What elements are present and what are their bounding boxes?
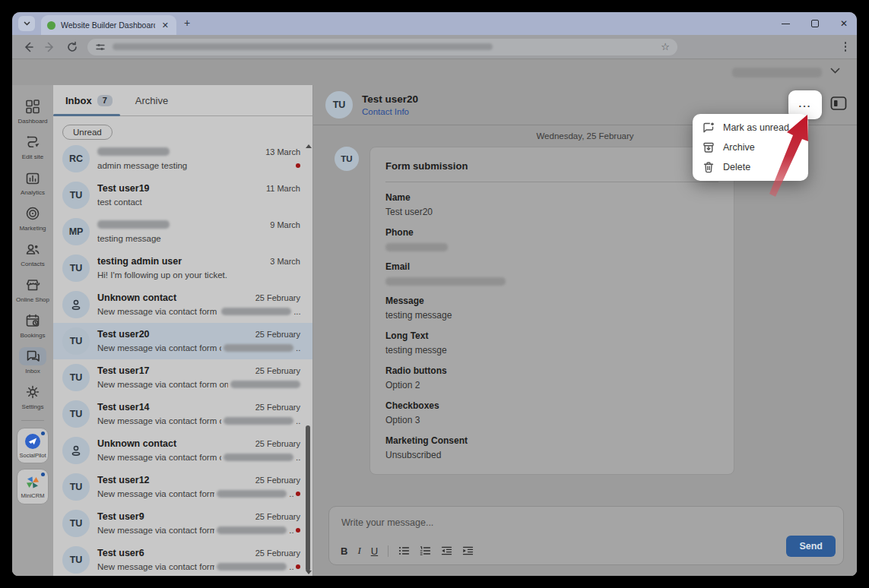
field-label: Name (385, 192, 718, 203)
sidebar-item-marketing[interactable]: Marketing (19, 204, 46, 232)
sidebar-item-settings[interactable]: Settings (22, 383, 44, 410)
form-field-name: NameTest user20 (385, 192, 718, 217)
bold-icon[interactable]: B (341, 545, 347, 557)
divider (21, 420, 44, 421)
field-label: Email (385, 261, 718, 272)
indent-icon[interactable] (462, 545, 474, 556)
tab-inbox[interactable]: Inbox 7 (65, 95, 113, 106)
message-row-top: Test user1725 February (97, 364, 300, 377)
redacted-preview (217, 563, 287, 571)
reload-button[interactable] (66, 41, 78, 53)
sidebar-item-label: Settings (22, 403, 44, 410)
send-button[interactable]: Send (786, 536, 836, 557)
message-summary: Unknown contact25 FebruaryNew message vi… (97, 286, 300, 323)
delete-icon (702, 160, 715, 174)
contact-info-link[interactable]: Contact Info (362, 107, 418, 116)
sidebar-app-minicrm[interactable]: MiniCRM (17, 469, 49, 504)
account-chevron-down-icon[interactable] (830, 68, 840, 74)
online-shop-icon (24, 276, 41, 294)
unread-filter-chip[interactable]: Unread (62, 125, 113, 140)
message-sender-name: Test user9 (97, 511, 144, 522)
message-row-top: testing admin user3 March (97, 254, 300, 267)
menu-item-archive[interactable]: Archive (693, 138, 808, 157)
message-row-bottom: Hi! I'm following up on your ticket. (97, 268, 300, 281)
list-item[interactable]: TUTest user2025 FebruaryNew message via … (53, 323, 312, 359)
form-submission-card: Form submission NameTest user20PhoneEmai… (369, 147, 734, 475)
scroll-down-icon[interactable] (306, 571, 312, 574)
list-item[interactable]: TUTest user625 FebruaryNew message via c… (53, 542, 312, 576)
maximize-button[interactable] (811, 20, 819, 27)
field-label: Message (385, 296, 718, 306)
message-row-top: Test user625 February (97, 546, 300, 559)
sidebar-app-socialpilot[interactable]: SocialPilot (17, 428, 49, 463)
new-tab-button[interactable]: + (184, 17, 190, 29)
message-date: 11 March (266, 184, 300, 193)
tab-search-button[interactable] (18, 16, 35, 31)
message-preview: New message via contact form on (97, 489, 214, 498)
scrollbar-thumb[interactable] (306, 425, 310, 571)
url-bar[interactable]: ☆ (87, 39, 677, 55)
chat-area: Wednesday, 25 February TU Form submissio… (313, 125, 857, 576)
browser-tab[interactable]: Website Builder Dashboard ✕ (41, 15, 176, 35)
message-summary: Test user1725 FebruaryNew message via co… (97, 359, 300, 396)
italic-icon[interactable]: I (357, 545, 360, 557)
message-row-bottom: admin message testing (97, 159, 300, 172)
message-input[interactable]: Write your message... (341, 517, 433, 528)
forward-button[interactable] (44, 41, 56, 53)
field-label: Phone (385, 227, 718, 238)
scroll-up-icon[interactable] (306, 144, 312, 148)
field-label: Radio buttons (385, 365, 718, 376)
outdent-icon[interactable] (441, 545, 452, 556)
settings-icon (24, 383, 41, 401)
sidebar-item-label: Contacts (21, 261, 45, 267)
list-item[interactable]: MP9 Marchtesting message (53, 213, 312, 250)
redacted-url (113, 43, 493, 50)
sidebar-item-bookings[interactable]: Bookings (21, 311, 46, 339)
sidebar-item-inbox[interactable]: Inbox (19, 347, 46, 375)
side-panel-toggle-icon[interactable] (830, 96, 847, 111)
list-item[interactable]: Unknown contact25 FebruaryNew message vi… (53, 286, 312, 323)
message-date: 25 February (255, 293, 300, 302)
list-item[interactable]: RC13 Marchadmin message testing (53, 141, 312, 177)
tab-archive[interactable]: Archive (135, 95, 168, 106)
list-item[interactable]: TUtesting admin user3 MarchHi! I'm follo… (53, 250, 312, 286)
form-submission-title: Form submission (385, 160, 718, 172)
bulleted-list-icon[interactable] (398, 545, 410, 556)
message-bubble-row: TU Form submission NameTest user20PhoneE… (335, 147, 734, 475)
list-item[interactable]: TUTest user1911 Marchtest contact (53, 177, 312, 213)
list-scrollbar[interactable] (304, 143, 312, 574)
list-item[interactable]: TUTest user1725 FebruaryNew message via … (53, 359, 312, 396)
close-button[interactable]: ✕ (840, 19, 848, 28)
sidebar-app-label: SocialPilot (19, 452, 46, 459)
sidebar-item-dashboard[interactable]: Dashboard (17, 97, 47, 125)
menu-item-mark-as-unread[interactable]: Mark as unread (693, 118, 808, 138)
sidebar-item-contacts[interactable]: Contacts (21, 240, 45, 267)
list-item[interactable]: TUTest user925 FebruaryNew message via c… (53, 505, 312, 542)
message-date: 25 February (255, 476, 300, 485)
back-button[interactable] (22, 41, 34, 53)
message-preview-ellipsis: .. (296, 343, 300, 352)
message-date: 25 February (255, 548, 300, 558)
sidebar-item-analytics[interactable]: Analytics (21, 169, 45, 196)
unread-dot (296, 163, 300, 168)
minimize-button[interactable] (782, 24, 790, 24)
notification-dot (41, 473, 45, 476)
message-summary: 9 Marchtesting message (97, 213, 300, 250)
list-item[interactable]: TUTest user1425 FebruaryNew message via … (53, 396, 312, 432)
minicrm-icon (24, 474, 41, 491)
sidebar-item-edit-site[interactable]: Edit site (22, 133, 43, 160)
browser-menu-icon[interactable] (845, 42, 847, 52)
bookmark-star-icon[interactable]: ☆ (661, 41, 670, 52)
menu-item-delete[interactable]: Delete (693, 157, 808, 177)
form-field-long-text: Long Texttesting messge (385, 330, 718, 356)
message-row-bottom: New message via contact form on.. (97, 560, 300, 573)
underline-icon[interactable]: U (371, 545, 378, 557)
list-item[interactable]: Unknown contact25 FebruaryNew message vi… (53, 432, 312, 469)
avatar: TU (62, 510, 90, 537)
numbered-list-icon[interactable] (420, 545, 431, 556)
message-preview: test contact (97, 198, 142, 207)
message-summary: Test user1425 FebruaryNew message via co… (97, 396, 300, 432)
list-item[interactable]: TUTest user1225 FebruaryNew message via … (53, 469, 312, 505)
sidebar-item-online-shop[interactable]: Online Shop (16, 276, 49, 303)
tab-close-icon[interactable]: ✕ (160, 21, 170, 30)
